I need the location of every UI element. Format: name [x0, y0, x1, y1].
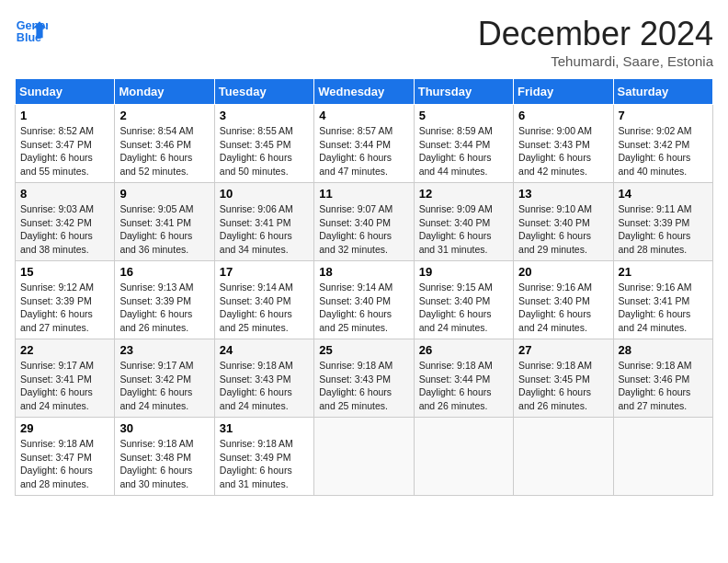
day-number: 12	[419, 187, 508, 201]
day-number: 11	[319, 187, 408, 201]
day-cell: 9 Sunrise: 9:05 AMSunset: 3:41 PMDayligh…	[115, 183, 214, 261]
calendar-table: SundayMondayTuesdayWednesdayThursdayFrid…	[15, 78, 713, 496]
day-cell	[514, 418, 613, 496]
day-cell: 24 Sunrise: 9:18 AMSunset: 3:43 PMDaylig…	[214, 339, 313, 418]
day-number: 7	[619, 109, 708, 122]
day-number: 15	[20, 265, 109, 279]
day-info: Sunrise: 9:16 AMSunset: 3:40 PMDaylight:…	[518, 282, 592, 333]
month-title: December 2024	[478, 15, 713, 53]
day-info: Sunrise: 9:18 AMSunset: 3:43 PMDaylight:…	[220, 360, 293, 411]
day-number: 4	[319, 109, 408, 122]
day-number: 10	[220, 187, 309, 201]
day-number: 9	[119, 187, 209, 201]
day-cell	[314, 418, 414, 496]
week-row-1: 1 Sunrise: 8:52 AMSunset: 3:47 PMDayligh…	[16, 105, 713, 183]
week-row-3: 15 Sunrise: 9:12 AMSunset: 3:39 PMDaylig…	[16, 261, 713, 339]
day-cell: 28 Sunrise: 9:18 AMSunset: 3:46 PMDaylig…	[613, 339, 712, 418]
day-number: 17	[220, 265, 309, 279]
day-info: Sunrise: 9:18 AMSunset: 3:48 PMDaylight:…	[119, 438, 193, 489]
day-info: Sunrise: 9:12 AMSunset: 3:39 PMDaylight:…	[20, 282, 94, 333]
weekday-header-sunday: Sunday	[16, 79, 115, 105]
day-info: Sunrise: 9:16 AMSunset: 3:41 PMDaylight:…	[619, 282, 692, 333]
day-cell: 21 Sunrise: 9:16 AMSunset: 3:41 PMDaylig…	[613, 261, 712, 339]
day-number: 26	[419, 343, 508, 357]
day-cell: 25 Sunrise: 9:18 AMSunset: 3:43 PMDaylig…	[314, 339, 414, 418]
week-row-4: 22 Sunrise: 9:17 AMSunset: 3:41 PMDaylig…	[16, 339, 713, 418]
day-number: 16	[119, 265, 209, 279]
day-number: 14	[619, 187, 708, 201]
day-info: Sunrise: 8:52 AMSunset: 3:47 PMDaylight:…	[20, 125, 94, 177]
day-info: Sunrise: 9:07 AMSunset: 3:40 PMDaylight:…	[319, 203, 392, 255]
day-cell: 10 Sunrise: 9:06 AMSunset: 3:41 PMDaylig…	[214, 183, 313, 261]
weekday-header-friday: Friday	[514, 79, 613, 105]
day-info: Sunrise: 9:18 AMSunset: 3:47 PMDaylight:…	[20, 438, 94, 489]
day-cell: 2 Sunrise: 8:54 AMSunset: 3:46 PMDayligh…	[115, 105, 214, 183]
day-number: 24	[220, 343, 309, 357]
day-info: Sunrise: 9:11 AMSunset: 3:39 PMDaylight:…	[619, 203, 692, 255]
logo-icon: General Blue	[15, 15, 48, 48]
day-cell: 3 Sunrise: 8:55 AMSunset: 3:45 PMDayligh…	[214, 105, 313, 183]
day-cell: 14 Sunrise: 9:11 AMSunset: 3:39 PMDaylig…	[613, 183, 712, 261]
day-info: Sunrise: 9:00 AMSunset: 3:43 PMDaylight:…	[518, 125, 592, 177]
day-cell: 19 Sunrise: 9:15 AMSunset: 3:40 PMDaylig…	[414, 261, 513, 339]
day-info: Sunrise: 9:02 AMSunset: 3:42 PMDaylight:…	[619, 125, 692, 177]
day-number: 31	[220, 421, 309, 435]
day-cell: 5 Sunrise: 8:59 AMSunset: 3:44 PMDayligh…	[414, 105, 513, 183]
day-info: Sunrise: 9:06 AMSunset: 3:41 PMDaylight:…	[220, 203, 293, 255]
day-cell: 11 Sunrise: 9:07 AMSunset: 3:40 PMDaylig…	[314, 183, 414, 261]
day-number: 22	[20, 343, 109, 357]
day-cell	[613, 418, 712, 496]
weekday-header-thursday: Thursday	[414, 79, 513, 105]
day-number: 3	[220, 109, 309, 122]
day-cell: 15 Sunrise: 9:12 AMSunset: 3:39 PMDaylig…	[16, 261, 115, 339]
day-number: 18	[319, 265, 408, 279]
day-number: 1	[20, 109, 109, 122]
day-number: 28	[619, 343, 708, 357]
day-number: 13	[518, 187, 608, 201]
day-number: 25	[319, 343, 408, 357]
weekday-header-wednesday: Wednesday	[314, 79, 414, 105]
week-row-5: 29 Sunrise: 9:18 AMSunset: 3:47 PMDaylig…	[16, 418, 713, 496]
day-number: 6	[518, 109, 608, 122]
day-info: Sunrise: 9:18 AMSunset: 3:45 PMDaylight:…	[518, 360, 592, 411]
logo: General Blue	[15, 15, 48, 48]
day-cell: 27 Sunrise: 9:18 AMSunset: 3:45 PMDaylig…	[514, 339, 613, 418]
day-info: Sunrise: 9:05 AMSunset: 3:41 PMDaylight:…	[119, 203, 193, 255]
weekday-header-tuesday: Tuesday	[214, 79, 313, 105]
day-cell: 7 Sunrise: 9:02 AMSunset: 3:42 PMDayligh…	[613, 105, 712, 183]
day-info: Sunrise: 9:15 AMSunset: 3:40 PMDaylight:…	[419, 282, 493, 333]
title-block: December 2024 Tehumardi, Saare, Estonia	[478, 15, 713, 69]
day-number: 2	[119, 109, 209, 122]
day-info: Sunrise: 8:55 AMSunset: 3:45 PMDaylight:…	[220, 125, 293, 177]
weekday-header-monday: Monday	[115, 79, 214, 105]
day-info: Sunrise: 8:57 AMSunset: 3:44 PMDaylight:…	[319, 125, 392, 177]
day-info: Sunrise: 8:59 AMSunset: 3:44 PMDaylight:…	[419, 125, 493, 177]
day-cell: 8 Sunrise: 9:03 AMSunset: 3:42 PMDayligh…	[16, 183, 115, 261]
day-cell: 13 Sunrise: 9:10 AMSunset: 3:40 PMDaylig…	[514, 183, 613, 261]
day-info: Sunrise: 9:18 AMSunset: 3:46 PMDaylight:…	[619, 360, 692, 411]
day-cell: 30 Sunrise: 9:18 AMSunset: 3:48 PMDaylig…	[115, 418, 214, 496]
day-cell: 12 Sunrise: 9:09 AMSunset: 3:40 PMDaylig…	[414, 183, 513, 261]
day-cell: 22 Sunrise: 9:17 AMSunset: 3:41 PMDaylig…	[16, 339, 115, 418]
day-cell: 17 Sunrise: 9:14 AMSunset: 3:40 PMDaylig…	[214, 261, 313, 339]
day-info: Sunrise: 9:14 AMSunset: 3:40 PMDaylight:…	[319, 282, 392, 333]
day-info: Sunrise: 9:14 AMSunset: 3:40 PMDaylight:…	[220, 282, 293, 333]
location: Tehumardi, Saare, Estonia	[478, 53, 713, 69]
day-cell: 31 Sunrise: 9:18 AMSunset: 3:49 PMDaylig…	[214, 418, 313, 496]
day-cell: 16 Sunrise: 9:13 AMSunset: 3:39 PMDaylig…	[115, 261, 214, 339]
week-row-2: 8 Sunrise: 9:03 AMSunset: 3:42 PMDayligh…	[16, 183, 713, 261]
day-cell: 1 Sunrise: 8:52 AMSunset: 3:47 PMDayligh…	[16, 105, 115, 183]
day-number: 8	[20, 187, 109, 201]
day-cell: 26 Sunrise: 9:18 AMSunset: 3:44 PMDaylig…	[414, 339, 513, 418]
day-info: Sunrise: 9:03 AMSunset: 3:42 PMDaylight:…	[20, 203, 94, 255]
day-number: 29	[20, 421, 109, 435]
day-cell: 20 Sunrise: 9:16 AMSunset: 3:40 PMDaylig…	[514, 261, 613, 339]
day-info: Sunrise: 9:18 AMSunset: 3:44 PMDaylight:…	[419, 360, 493, 411]
day-cell: 18 Sunrise: 9:14 AMSunset: 3:40 PMDaylig…	[314, 261, 414, 339]
day-number: 19	[419, 265, 508, 279]
day-info: Sunrise: 9:09 AMSunset: 3:40 PMDaylight:…	[419, 203, 493, 255]
day-cell: 4 Sunrise: 8:57 AMSunset: 3:44 PMDayligh…	[314, 105, 414, 183]
day-cell	[414, 418, 513, 496]
day-number: 20	[518, 265, 608, 279]
weekday-header-saturday: Saturday	[613, 79, 712, 105]
